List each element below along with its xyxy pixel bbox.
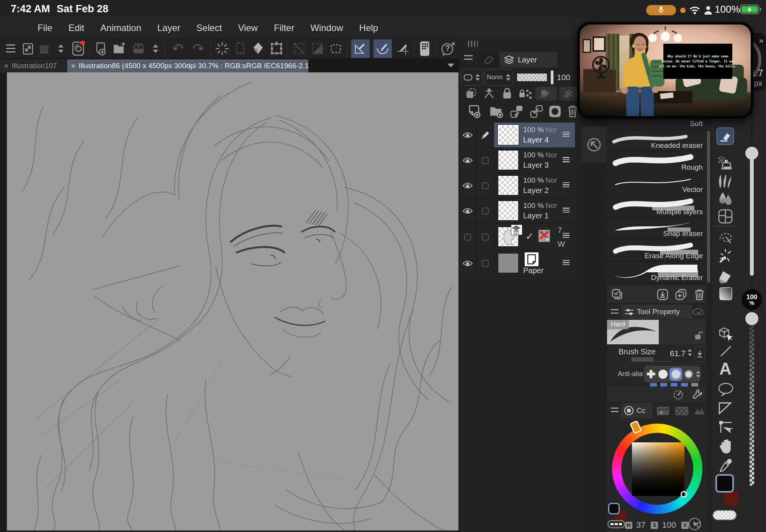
transparent-color-pill[interactable] xyxy=(607,520,625,528)
close-icon[interactable]: × xyxy=(71,61,75,70)
brush-rough[interactable]: Rough xyxy=(607,151,706,173)
deselect-icon[interactable] xyxy=(215,41,229,56)
menu-select[interactable]: Select xyxy=(196,23,222,33)
new-canvas-icon[interactable] xyxy=(94,41,108,56)
transparent-color-strip[interactable] xyxy=(713,510,737,520)
line-tool-icon[interactable] xyxy=(719,345,732,358)
tab-layer[interactable]: Layer xyxy=(499,52,557,67)
correct-line-tool-icon[interactable] xyxy=(718,419,734,435)
tab-illustration107[interactable]: × Illustration107 xyxy=(0,59,66,72)
opacity-slider-thumb[interactable] xyxy=(745,312,758,325)
undo-icon[interactable]: ↶ xyxy=(169,41,186,57)
cloud-sync-icon[interactable] xyxy=(692,308,704,317)
layer-checkbox[interactable] xyxy=(482,208,489,214)
sv-square[interactable] xyxy=(632,442,684,496)
reselect-icon[interactable] xyxy=(233,41,247,56)
brush-erase-along-edge[interactable]: Erase Along Edge xyxy=(607,239,706,262)
transfer-to-lower-icon[interactable] xyxy=(509,104,524,119)
import-brush-icon[interactable] xyxy=(657,289,668,300)
layer-row-paper[interactable]: Paper xyxy=(459,251,575,277)
brush-multiple-layers[interactable]: Multiple layers xyxy=(607,195,706,218)
brush-size-stepper[interactable] xyxy=(687,349,692,356)
brush-kneaded-eraser[interactable]: Kneaded eraser xyxy=(607,129,706,151)
layer-thumbnail[interactable] xyxy=(498,201,519,221)
tab-color-set-icon[interactable] xyxy=(656,406,670,416)
layer-checkbox[interactable] xyxy=(482,157,489,164)
tab-illustration86[interactable]: × Illustration86 (4500 x 4500px 300dpi 3… xyxy=(67,59,308,72)
visibility-toggle[interactable] xyxy=(459,123,476,147)
lock-transparent-pixels-icon[interactable] xyxy=(519,87,532,100)
layer-row-menu-icon[interactable] xyxy=(563,132,570,137)
layer-menu-icon[interactable] xyxy=(464,55,473,61)
blend-tool-icon[interactable] xyxy=(718,191,733,206)
layer-opacity-slider-handle[interactable] xyxy=(551,70,553,84)
color-sampler-icon[interactable] xyxy=(38,42,51,55)
layer-row-3d-model[interactable]: ✓ 7 W xyxy=(459,224,575,251)
fullscreen-icon[interactable] xyxy=(21,42,34,55)
pip-video-window[interactable]: Why should I? He'd just make some excuse… xyxy=(577,22,753,119)
layer-row-menu-icon[interactable] xyxy=(563,260,570,265)
menu-window[interactable]: Window xyxy=(310,23,343,33)
color-panel-menu-icon[interactable] xyxy=(611,408,619,413)
layer-opacity-slider[interactable] xyxy=(517,74,547,81)
reset-tool-icon[interactable] xyxy=(673,389,684,400)
hand-tool-icon[interactable] xyxy=(719,439,733,454)
menu-help[interactable]: Help xyxy=(359,23,378,33)
brush-dynamic-eraser[interactable]: Dynamic Eraser xyxy=(607,262,706,283)
transform-icon[interactable] xyxy=(269,41,284,56)
half-tone-icon[interactable] xyxy=(310,41,325,56)
main-menu-button[interactable] xyxy=(4,39,18,58)
layer-row-4[interactable]: 100 % Nor Layer 4 xyxy=(459,123,575,148)
menu-layer[interactable]: Layer xyxy=(157,23,180,33)
tool-property-tab[interactable]: Tool Property xyxy=(621,304,692,319)
menu-view[interactable]: View xyxy=(238,23,258,33)
layer-row-2[interactable]: 100 % Nor Layer 2 xyxy=(459,173,575,198)
brush-size-mini-slider[interactable] xyxy=(632,357,653,362)
object-tool-icon[interactable] xyxy=(718,326,734,342)
layer-checkbox[interactable] xyxy=(482,182,489,189)
text-tool-icon[interactable]: A xyxy=(719,359,732,378)
menu-filter[interactable]: Filter xyxy=(274,23,294,33)
balloon-tool-icon[interactable] xyxy=(718,382,734,397)
anti-alias-medium[interactable] xyxy=(669,368,682,381)
auto-select-box[interactable] xyxy=(582,126,606,163)
panel-drag-handle[interactable] xyxy=(468,41,478,47)
snap-pen-icon[interactable] xyxy=(396,41,410,56)
curve-pen-tool[interactable] xyxy=(373,39,392,58)
lock-icon[interactable] xyxy=(502,87,512,100)
edge-keyboard-icon[interactable] xyxy=(418,41,431,57)
menu-animation[interactable]: Animation xyxy=(100,23,141,33)
visibility-toggle[interactable] xyxy=(459,173,476,198)
layer-row-3[interactable]: 100 % Nor Layer 3 xyxy=(459,148,575,173)
straight-line-icon[interactable] xyxy=(292,41,306,56)
microphone-pill[interactable] xyxy=(646,5,676,15)
layer-checkbox[interactable] xyxy=(464,234,471,241)
new-layer-icon[interactable] xyxy=(467,104,481,118)
brush-size-value[interactable]: 61.7 xyxy=(670,349,686,358)
auto-select-tool-icon[interactable] xyxy=(718,248,733,264)
anti-alias-strong[interactable] xyxy=(683,368,694,380)
hud-chevrons-icon[interactable]: » xyxy=(759,36,763,45)
merge-down-icon[interactable] xyxy=(529,104,544,119)
layer-checkbox[interactable] xyxy=(482,260,489,267)
redo-icon[interactable]: ↷ xyxy=(190,41,207,57)
save-stepper[interactable] xyxy=(150,44,161,53)
ruler-tool-icon[interactable] xyxy=(718,401,733,415)
ruler-visibility-button[interactable] xyxy=(535,87,557,100)
saturation-value[interactable]: 100 xyxy=(662,520,676,530)
opacity-slider-track[interactable] xyxy=(750,325,754,486)
delete-layer-icon[interactable] xyxy=(567,104,578,118)
tool-property-menu-icon[interactable] xyxy=(611,309,619,314)
layer-row-menu-icon[interactable] xyxy=(563,208,570,213)
anti-alias-none[interactable] xyxy=(645,368,657,380)
main-color-swatch[interactable] xyxy=(608,503,620,514)
tab-gradient-icon[interactable] xyxy=(694,407,705,415)
decoration-tool-icon[interactable] xyxy=(717,173,733,188)
frame-border-tool-icon[interactable] xyxy=(718,209,733,224)
brush-size-source-button[interactable] xyxy=(694,347,705,362)
visibility-toggle[interactable] xyxy=(459,148,476,173)
selection-rect-icon[interactable] xyxy=(329,41,343,56)
clip-to-layer-icon[interactable] xyxy=(465,87,477,100)
lasso-tool-icon[interactable] xyxy=(718,231,733,246)
menu-file[interactable]: File xyxy=(38,23,52,33)
